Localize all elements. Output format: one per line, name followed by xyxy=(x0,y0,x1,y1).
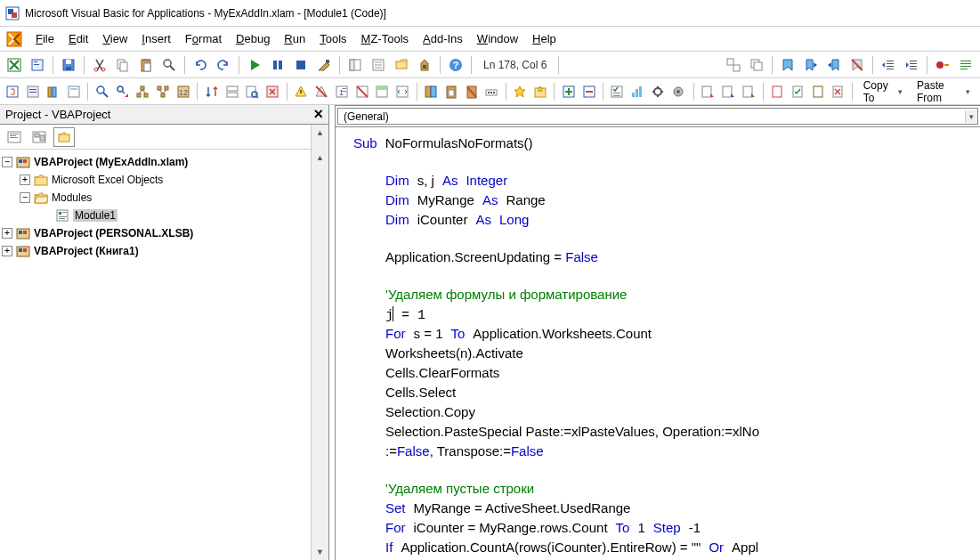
properties-icon[interactable] xyxy=(368,54,389,76)
mz-find-icon[interactable] xyxy=(93,81,111,102)
tree-toggle-icon[interactable]: + xyxy=(20,174,30,185)
view-object-icon[interactable] xyxy=(28,127,50,147)
toolbox-icon[interactable] xyxy=(414,54,435,76)
help-icon[interactable]: ? xyxy=(445,54,466,76)
mz-replace-icon[interactable] xyxy=(113,81,132,102)
project-tree-scrollbar[interactable]: ▲▼ xyxy=(311,150,328,560)
cut-icon[interactable] xyxy=(89,54,110,76)
code-editor[interactable]: Sub NoFormulasNoFormats() Dim s, j As In… xyxy=(336,127,980,560)
mz-options-icon[interactable] xyxy=(668,81,687,102)
run-icon[interactable] xyxy=(244,54,265,76)
toggle-folders-icon[interactable] xyxy=(53,127,75,147)
mz-code-template-icon[interactable] xyxy=(65,81,84,102)
comment-icon[interactable] xyxy=(955,54,976,76)
mz-error-handler-icon[interactable] xyxy=(292,81,311,102)
mz-split-icon[interactable] xyxy=(223,81,241,102)
copy-icon[interactable] xyxy=(112,54,134,76)
mz-xml-doc-icon[interactable] xyxy=(393,81,412,102)
save-icon[interactable] xyxy=(58,54,79,76)
mz-doc-brown-icon[interactable] xyxy=(808,81,827,102)
mz-doc-red-icon[interactable] xyxy=(767,81,786,102)
outdent-icon[interactable] xyxy=(901,54,922,76)
mz-export-red-icon[interactable] xyxy=(699,81,717,102)
bookmark-clear-icon[interactable] xyxy=(846,54,868,76)
mz-autotype-icon[interactable] xyxy=(482,81,501,102)
mz-sort-icon[interactable] xyxy=(202,81,221,102)
menu-run[interactable]: Run xyxy=(277,28,312,49)
mz-code-library-icon[interactable] xyxy=(45,81,63,102)
mz-export-blue-icon[interactable] xyxy=(719,81,738,102)
mz-export-brown-icon[interactable] xyxy=(740,81,758,102)
tree-modules[interactable]: Modules xyxy=(52,191,92,204)
menu-addins[interactable]: Add-Ins xyxy=(416,28,470,49)
tree-toggle-icon[interactable]: + xyxy=(2,228,12,239)
menu-file[interactable]: File xyxy=(28,28,61,49)
mz-external-tools-icon[interactable] xyxy=(648,81,667,102)
tree-root-1[interactable]: VBAProject (MyExAddIn.xlam) xyxy=(34,156,188,168)
find-icon[interactable] xyxy=(158,54,180,76)
tree-excel-objects[interactable]: Microsoft Excel Objects xyxy=(52,174,163,186)
project-tree[interactable]: − VBAProject (MyExAddIn.xlam) + Microsof… xyxy=(0,150,311,560)
menu-help[interactable]: Help xyxy=(525,28,563,49)
tree-toggle-icon[interactable]: − xyxy=(2,157,12,167)
mz-tools-icon[interactable] xyxy=(5,30,23,48)
indent-icon[interactable] xyxy=(878,54,899,76)
view-excel-icon[interactable] xyxy=(4,54,25,76)
menu-edit[interactable]: Edit xyxy=(61,28,95,49)
mz-remove-line-numbers-icon[interactable] xyxy=(352,81,371,102)
mz-task-list-icon[interactable] xyxy=(608,81,627,102)
tree-root-3[interactable]: VBAProject (Книга1) xyxy=(34,245,139,257)
mz-statistics-icon[interactable] xyxy=(628,81,647,102)
window-list-icon[interactable] xyxy=(723,54,744,76)
undo-icon[interactable] xyxy=(190,54,211,76)
break-icon[interactable] xyxy=(267,54,288,76)
mz-procedure-callers-icon[interactable] xyxy=(134,81,152,102)
menu-format[interactable]: Format xyxy=(178,28,229,49)
menu-view[interactable]: View xyxy=(95,28,134,49)
mz-doc-x-icon[interactable] xyxy=(829,81,847,102)
menu-mztools[interactable]: MZ-Tools xyxy=(354,28,416,49)
copy-to-dropdown[interactable]: Copy To xyxy=(857,77,909,107)
mz-remove-error-icon[interactable] xyxy=(312,81,330,102)
menu-tools[interactable]: Tools xyxy=(312,28,353,49)
mz-review-icon[interactable] xyxy=(243,81,262,102)
redo-icon[interactable] xyxy=(213,54,234,76)
mz-convert-icon[interactable] xyxy=(421,81,440,102)
window-cascade-icon[interactable] xyxy=(746,54,767,76)
menu-insert[interactable]: Insert xyxy=(134,28,178,49)
tree-toggle-icon[interactable]: + xyxy=(2,246,12,256)
bookmark-next-icon[interactable] xyxy=(800,54,822,76)
menu-window[interactable]: Window xyxy=(470,28,525,49)
project-explorer-icon[interactable] xyxy=(344,54,366,76)
project-pane-close-icon[interactable]: × xyxy=(313,105,323,124)
mz-insert-code-icon[interactable] xyxy=(559,81,578,102)
mz-new-procedure-icon[interactable] xyxy=(4,81,22,102)
mz-doc-check-icon[interactable] xyxy=(788,81,806,102)
tree-module1[interactable]: Module1 xyxy=(73,209,117,222)
menu-debug[interactable]: Debug xyxy=(229,28,277,49)
view-code-icon[interactable] xyxy=(4,127,25,147)
mz-line-numbers-icon[interactable]: 1 xyxy=(332,81,351,102)
project-toolbar-scroll[interactable]: ▲ xyxy=(311,125,328,150)
mz-fav-procedures-icon[interactable] xyxy=(511,81,530,102)
design-mode-icon[interactable] xyxy=(313,54,335,76)
insert-module-icon[interactable] xyxy=(27,54,48,76)
paste-icon[interactable] xyxy=(135,54,157,76)
mz-remove-code-icon[interactable] xyxy=(579,81,598,102)
tree-root-2[interactable]: VBAProject (PERSONAL.XLSB) xyxy=(34,227,193,239)
mz-new-module-icon[interactable] xyxy=(24,81,43,102)
paste-from-dropdown[interactable]: Paste From xyxy=(911,77,976,107)
reset-icon[interactable] xyxy=(290,54,312,76)
bookmark-prev-icon[interactable] xyxy=(823,54,845,76)
mz-method-callers-icon[interactable] xyxy=(154,81,173,102)
mz-clear-clipboards-icon[interactable] xyxy=(462,81,481,102)
code-object-dropdown[interactable]: (General) xyxy=(337,108,978,125)
mz-tab-index-icon[interactable]: 12 xyxy=(174,81,193,102)
breakpoint-icon[interactable] xyxy=(932,54,953,76)
object-browser-icon[interactable] xyxy=(391,54,412,76)
mz-header-icon[interactable] xyxy=(373,81,392,102)
mz-fav-solutions-icon[interactable] xyxy=(531,81,550,102)
mz-dead-code-icon[interactable] xyxy=(263,81,282,102)
mz-private-clipboards-icon[interactable] xyxy=(441,81,460,102)
bookmark-toggle-icon[interactable] xyxy=(777,54,798,76)
